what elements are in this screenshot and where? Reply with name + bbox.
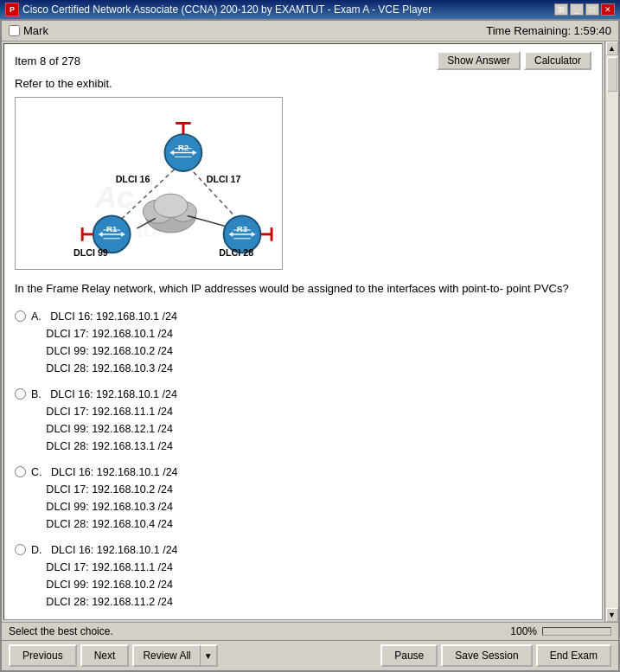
- show-answer-button[interactable]: Show Answer: [437, 51, 521, 70]
- option-c-line4: DLCI 28: 192.168.10.4 /24: [31, 518, 173, 530]
- content-area: Item 8 of 278 Show Answer Calculator Ref…: [3, 43, 603, 620]
- timer-display: Time Remaining: 1:59:40: [486, 24, 611, 37]
- option-b-row: B. DLCI 16: 192.168.10.1 /24 DLCI 17: 19…: [15, 386, 591, 455]
- option-b-line2: DLCI 17: 192.168.11.1 /24: [31, 406, 173, 418]
- scroll-track[interactable]: [606, 55, 618, 608]
- option-d-row: D. DLCI 16: 192.168.10.1 /24 DLCI 17: 19…: [15, 541, 591, 611]
- option-a-line2: DLCI 17: 192.168.10.1 /24: [31, 328, 173, 340]
- option-a-row: A. DLCI 16: 192.168.10.1 /24 DLCI 17: 19…: [15, 308, 591, 377]
- status-bar: Select the best choice. 100%: [2, 622, 618, 640]
- close-button[interactable]: ✕: [601, 3, 615, 16]
- status-hint: Select the best choice.: [9, 625, 113, 637]
- option-c-content: C. DLCI 16: 192.168.10.1 /24 DLCI 17: 19…: [31, 464, 178, 533]
- pause-button[interactable]: Pause: [380, 644, 438, 667]
- app-icon: P: [5, 3, 19, 16]
- option-d-line1: DLCI 16: 192.168.10.1 /24: [51, 544, 178, 556]
- option-d-line4: DLCI 28: 192.168.11.2 /24: [31, 596, 173, 608]
- review-all-split-button[interactable]: Review All ▼: [132, 644, 217, 667]
- svg-text:R2: R2: [178, 143, 189, 152]
- option-d-radio[interactable]: [15, 544, 26, 555]
- option-c-line2: DLCI 17: 192.168.10.2 /24: [31, 483, 173, 496]
- scroll-down-button[interactable]: ▼: [606, 608, 618, 622]
- svg-text:DLCI 17: DLCI 17: [207, 174, 241, 184]
- refer-text: Refer to the exhibit.: [15, 77, 591, 90]
- action-buttons: Show Answer Calculator: [437, 51, 591, 70]
- main-window: Mark Time Remaining: 1:59:40 Item 8 of 2…: [0, 19, 620, 672]
- svg-text:Ac: Ac: [94, 180, 134, 214]
- toolbar: Mark Time Remaining: 1:59:40: [2, 21, 618, 42]
- option-b-line4: DLCI 28: 192.168.13.1 /24: [31, 440, 173, 452]
- option-b-letter: B.: [31, 388, 48, 400]
- option-c-line3: DLCI 99: 192.168.10.3 /24: [31, 501, 173, 513]
- option-b-line1: DLCI 16: 192.168.10.1 /24: [50, 388, 177, 400]
- monitor-icon[interactable]: ⊞: [554, 3, 568, 16]
- mark-checkbox[interactable]: [9, 25, 20, 36]
- option-a-line1: DLCI 16: 192.168.10.1 /24: [50, 310, 177, 323]
- option-c-letter: C.: [31, 466, 48, 478]
- option-c-row: C. DLCI 16: 192.168.10.1 /24 DLCI 17: 19…: [15, 464, 591, 533]
- review-all-dropdown-arrow[interactable]: ▼: [200, 644, 218, 667]
- next-button[interactable]: Next: [80, 644, 130, 667]
- diagram-svg: Ac tor R2: [24, 106, 275, 262]
- option-a-letter: A.: [31, 310, 48, 323]
- calculator-button[interactable]: Calculator: [524, 51, 591, 70]
- option-d-line2: DLCI 17: 192.168.11.1 /24: [31, 561, 173, 573]
- scroll-up-button[interactable]: ▲: [606, 42, 618, 55]
- svg-text:R3: R3: [237, 224, 248, 234]
- window-title: Cisco Certified Network Associate (CCNA)…: [22, 3, 431, 16]
- window-controls[interactable]: ⊞ _ □ ✕: [554, 3, 615, 16]
- minimize-button[interactable]: _: [570, 3, 584, 16]
- svg-text:DLCI 99: DLCI 99: [74, 247, 108, 258]
- review-all-button[interactable]: Review All: [132, 644, 199, 667]
- mark-area: Mark: [9, 24, 48, 37]
- nav-bar: Previous Next Review All ▼ Pause Save Se…: [2, 640, 618, 670]
- option-d-content: D. DLCI 16: 192.168.10.1 /24 DLCI 17: 19…: [31, 541, 178, 611]
- nav-left-buttons: Previous Next Review All ▼: [9, 644, 218, 667]
- network-diagram: Ac tor R2: [15, 97, 283, 270]
- maximize-button[interactable]: □: [585, 3, 599, 16]
- title-bar: P Cisco Certified Network Associate (CCN…: [0, 0, 620, 19]
- svg-point-7: [154, 194, 188, 217]
- svg-text:DLCI 28: DLCI 28: [219, 247, 253, 258]
- save-session-button[interactable]: Save Session: [441, 644, 532, 667]
- title-bar-left: P Cisco Certified Network Associate (CCN…: [5, 3, 431, 16]
- option-a-line3: DLCI 99: 192.168.10.2 /24: [31, 345, 173, 357]
- item-label: Item 8 of 278: [15, 54, 80, 67]
- option-a-line4: DLCI 28: 192.168.10.3 /24: [31, 362, 173, 374]
- option-c-line1: DLCI 16: 192.168.10.1 /24: [51, 466, 178, 478]
- nav-right-buttons: Pause Save Session End Exam: [380, 644, 611, 667]
- progress-area: 100%: [510, 625, 611, 637]
- option-d-line3: DLCI 99: 192.168.10.2 /24: [31, 579, 173, 591]
- options-list: A. DLCI 16: 192.168.10.1 /24 DLCI 17: 19…: [15, 308, 591, 611]
- option-a-radio[interactable]: [15, 310, 26, 322]
- svg-text:R1: R1: [106, 224, 118, 234]
- option-d-letter: D.: [31, 544, 48, 556]
- option-c-radio[interactable]: [15, 466, 26, 477]
- progress-track: [542, 627, 611, 636]
- option-b-line3: DLCI 99: 192.168.12.1 /24: [31, 423, 173, 435]
- option-a-content: A. DLCI 16: 192.168.10.1 /24 DLCI 17: 19…: [31, 308, 177, 377]
- svg-text:DLCI 16: DLCI 16: [116, 174, 150, 184]
- previous-button[interactable]: Previous: [9, 644, 77, 667]
- option-b-radio[interactable]: [15, 388, 26, 400]
- scrollbar[interactable]: ▲ ▼: [604, 42, 618, 622]
- mark-label: Mark: [23, 24, 48, 37]
- end-exam-button[interactable]: End Exam: [536, 644, 611, 667]
- item-header: Item 8 of 278 Show Answer Calculator: [15, 51, 591, 70]
- progress-fill: [543, 628, 610, 635]
- question-text: In the Frame Relay network, which IP add…: [15, 280, 591, 298]
- option-b-content: B. DLCI 16: 192.168.10.1 /24 DLCI 17: 19…: [31, 386, 177, 455]
- scroll-thumb[interactable]: [607, 57, 617, 92]
- progress-percent: 100%: [510, 625, 537, 637]
